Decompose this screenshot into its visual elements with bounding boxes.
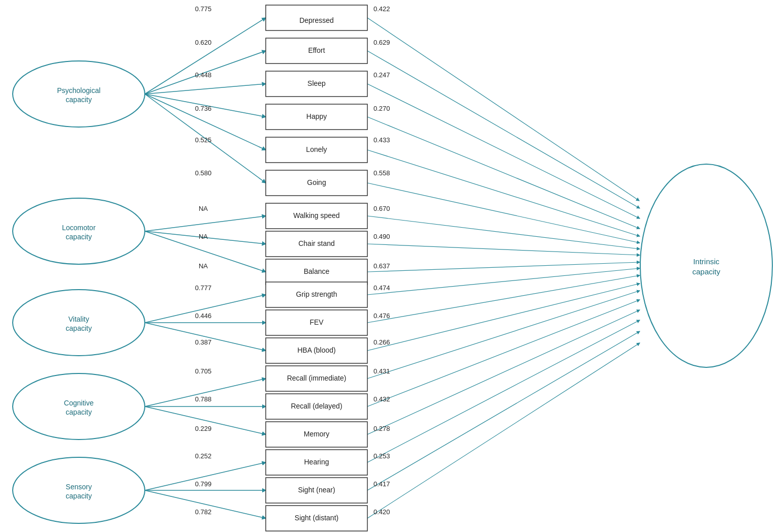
arrow-effort-intrinsic: [367, 51, 640, 208]
arrow-chair-intrinsic: [367, 244, 640, 255]
val-left-depressed: 0.775: [195, 5, 212, 13]
arrow-going-intrinsic: [367, 183, 640, 243]
label-memory: Memory: [304, 430, 330, 438]
label-sight-dist: Sight (distant): [295, 514, 338, 522]
val-left-memory: 0.229: [195, 425, 212, 432]
label-recall-imm: Recall (immediate): [287, 374, 347, 382]
val-left-grip: 0.777: [195, 284, 212, 292]
label-going: Going: [307, 178, 326, 186]
label-intrinsic-2: capacity: [692, 267, 721, 276]
val-right-sight-dist: 0.420: [373, 508, 390, 516]
arrow-psych-sleep: [145, 84, 266, 94]
val-left-happy: 0.736: [195, 105, 212, 112]
intrinsic-ellipse: [640, 164, 772, 367]
arrow-hearing-intrinsic: [367, 320, 640, 462]
label-chair-stand: Chair stand: [298, 239, 335, 247]
arrow-loco-walking: [145, 216, 266, 231]
arrow-psych-depressed: [145, 18, 266, 94]
arrow-sight-dist-intrinsic: [367, 343, 640, 518]
val-right-lonely: 0.433: [373, 136, 390, 144]
arrow-memory-intrinsic: [367, 310, 640, 434]
val-right-chair: 0.490: [373, 233, 390, 240]
label-psych-2: capacity: [66, 96, 91, 104]
label-happy: Happy: [306, 112, 327, 120]
label-intrinsic-1: Intrinsic: [693, 257, 720, 266]
label-vitality-2: capacity: [66, 324, 91, 332]
val-right-fev: 0.476: [373, 312, 390, 320]
label-sensory-2: capacity: [66, 492, 91, 500]
val-left-fev: 0.446: [195, 312, 212, 320]
label-fev: FEV: [309, 318, 324, 326]
label-loco-1: Locomotor: [62, 224, 96, 232]
val-right-grip: 0.474: [373, 284, 390, 292]
val-right-hba: 0.266: [373, 338, 390, 346]
label-cognitive-2: capacity: [66, 408, 91, 416]
label-vitality-1: Vitality: [69, 315, 89, 323]
diagram-container: Depressed Effort Sleep Happy Lonely Goin…: [0, 0, 782, 532]
val-left-sleep: 0.448: [195, 71, 212, 79]
val-right-memory: 0.278: [373, 425, 390, 432]
label-lonely: Lonely: [306, 145, 327, 153]
label-hearing: Hearing: [304, 458, 329, 466]
arrow-hba-intrinsic: [367, 284, 640, 351]
val-right-effort: 0.629: [373, 39, 390, 46]
label-cognitive-1: Cognitive: [64, 399, 94, 407]
arrow-walking-intrinsic: [367, 216, 640, 249]
arrow-grip-intrinsic: [367, 268, 640, 295]
val-right-hearing: 0.253: [373, 452, 390, 460]
val-left-walking: NA: [199, 205, 208, 212]
label-depressed: Depressed: [299, 16, 334, 24]
arrow-vitality-hba: [145, 323, 266, 351]
label-balance: Balance: [304, 267, 330, 275]
val-left-sight-near: 0.799: [195, 480, 212, 488]
main-svg: Depressed Effort Sleep Happy Lonely Goin…: [0, 0, 782, 532]
val-right-going: 0.558: [373, 169, 390, 177]
val-left-balance: NA: [199, 262, 208, 270]
val-left-effort: 0.620: [195, 39, 212, 46]
arrow-recall-imm-intrinsic: [367, 291, 640, 379]
label-grip-strength: Grip strength: [296, 290, 337, 298]
val-left-recall-imm: 0.705: [195, 367, 212, 375]
label-effort: Effort: [308, 46, 325, 54]
label-psych-1: Psychological: [57, 86, 101, 95]
arrow-balance-intrinsic: [367, 262, 640, 272]
val-right-depressed: 0.422: [373, 5, 390, 13]
val-right-happy: 0.270: [373, 105, 390, 112]
val-left-hearing: 0.252: [195, 452, 212, 460]
val-right-sight-near: 0.417: [373, 480, 390, 488]
val-left-hba: 0.387: [195, 338, 212, 346]
label-loco-2: capacity: [66, 233, 91, 241]
val-right-sleep: 0.247: [373, 71, 390, 79]
val-left-chair: NA: [199, 233, 208, 240]
val-left-sight-dist: 0.782: [195, 508, 212, 516]
label-sight-near: Sight (near): [298, 486, 335, 494]
label-hba: HBA (blood): [297, 346, 335, 354]
arrow-happy-intrinsic: [367, 117, 640, 229]
label-recall-del: Recall (delayed): [291, 402, 342, 410]
val-right-balance: 0.637: [373, 262, 390, 270]
val-left-going: 0.580: [195, 169, 212, 177]
val-left-lonely: 0.525: [195, 136, 212, 144]
arrow-sleep-intrinsic: [367, 84, 640, 218]
arrow-depressed-intrinsic: [367, 18, 639, 201]
val-left-recall-del: 0.788: [195, 395, 212, 403]
label-walking-speed: Walking speed: [293, 211, 339, 220]
arrow-lonely-intrinsic: [367, 150, 640, 236]
arrow-sight-near-intrinsic: [367, 331, 640, 490]
val-right-recall-del: 0.432: [373, 395, 390, 403]
label-sleep: Sleep: [307, 79, 326, 87]
val-right-recall-imm: 0.431: [373, 367, 390, 375]
val-right-walking: 0.670: [373, 205, 390, 212]
label-sensory-1: Sensory: [66, 483, 91, 491]
